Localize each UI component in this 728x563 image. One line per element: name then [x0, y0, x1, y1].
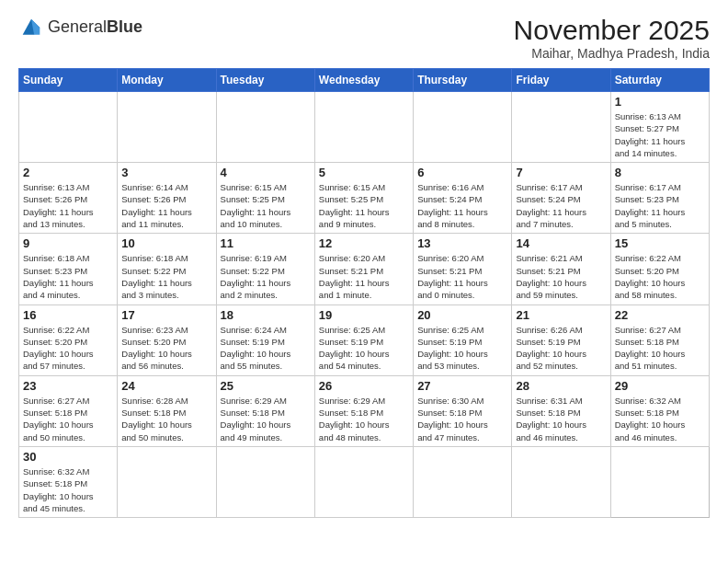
day-cell: 11Sunrise: 6:19 AMSunset: 5:22 PMDayligh… — [216, 234, 314, 304]
logo: GeneralBlue — [18, 15, 142, 40]
day-info: Sunrise: 6:22 AMSunset: 5:20 PMDaylight:… — [615, 252, 705, 301]
day-cell — [414, 446, 512, 517]
day-number: 28 — [516, 379, 606, 393]
day-cell — [314, 446, 413, 517]
calendar-row-0: 1Sunrise: 6:13 AMSunset: 5:27 PMDaylight… — [19, 92, 710, 163]
day-cell — [216, 446, 314, 517]
weekday-friday: Friday — [512, 69, 610, 92]
day-info: Sunrise: 6:31 AMSunset: 5:18 PMDaylight:… — [516, 395, 606, 443]
header: GeneralBlue November 2025 Maihar, Madhya… — [18, 15, 710, 61]
page: GeneralBlue November 2025 Maihar, Madhya… — [0, 0, 728, 563]
day-cell: 5Sunrise: 6:15 AMSunset: 5:25 PMDaylight… — [314, 163, 413, 234]
day-info: Sunrise: 6:25 AMSunset: 5:19 PMDaylight:… — [319, 324, 409, 373]
calendar-row-2: 9Sunrise: 6:18 AMSunset: 5:23 PMDaylight… — [19, 234, 710, 304]
calendar-row-4: 23Sunrise: 6:27 AMSunset: 5:18 PMDayligh… — [19, 375, 710, 446]
day-info: Sunrise: 6:19 AMSunset: 5:22 PMDaylight:… — [221, 252, 311, 301]
day-cell: 1Sunrise: 6:13 AMSunset: 5:27 PMDaylight… — [610, 92, 709, 163]
title-block: November 2025 Maihar, Madhya Pradesh, In… — [514, 15, 710, 61]
day-info: Sunrise: 6:20 AMSunset: 5:21 PMDaylight:… — [417, 252, 507, 301]
day-info: Sunrise: 6:22 AMSunset: 5:20 PMDaylight:… — [23, 324, 113, 373]
day-cell: 20Sunrise: 6:25 AMSunset: 5:19 PMDayligh… — [414, 304, 512, 375]
day-cell: 30Sunrise: 6:32 AMSunset: 5:18 PMDayligh… — [19, 446, 118, 517]
day-info: Sunrise: 6:14 AMSunset: 5:26 PMDaylight:… — [121, 181, 211, 230]
day-number: 16 — [23, 308, 113, 322]
logo-icon — [18, 15, 44, 40]
day-number: 5 — [319, 166, 409, 179]
day-info: Sunrise: 6:13 AMSunset: 5:27 PMDaylight:… — [615, 110, 705, 159]
day-number: 19 — [319, 308, 409, 322]
calendar-row-1: 2Sunrise: 6:13 AMSunset: 5:26 PMDaylight… — [19, 163, 710, 234]
day-number: 9 — [23, 236, 113, 250]
day-cell: 18Sunrise: 6:24 AMSunset: 5:19 PMDayligh… — [216, 304, 314, 375]
day-number: 26 — [319, 379, 409, 393]
day-cell — [118, 92, 216, 163]
day-cell: 3Sunrise: 6:14 AMSunset: 5:26 PMDaylight… — [118, 163, 216, 234]
day-cell: 25Sunrise: 6:29 AMSunset: 5:18 PMDayligh… — [216, 375, 314, 446]
day-cell: 6Sunrise: 6:16 AMSunset: 5:24 PMDaylight… — [414, 163, 512, 234]
day-number: 18 — [221, 308, 311, 322]
day-info: Sunrise: 6:16 AMSunset: 5:24 PMDaylight:… — [417, 181, 507, 230]
day-info: Sunrise: 6:20 AMSunset: 5:21 PMDaylight:… — [319, 252, 409, 301]
day-number: 27 — [417, 379, 507, 393]
weekday-header-row: SundayMondayTuesdayWednesdayThursdayFrid… — [19, 69, 710, 92]
day-cell: 23Sunrise: 6:27 AMSunset: 5:18 PMDayligh… — [19, 375, 118, 446]
day-info: Sunrise: 6:15 AMSunset: 5:25 PMDaylight:… — [319, 181, 409, 230]
day-info: Sunrise: 6:23 AMSunset: 5:20 PMDaylight:… — [121, 324, 211, 373]
day-cell — [512, 446, 610, 517]
day-info: Sunrise: 6:13 AMSunset: 5:26 PMDaylight:… — [23, 181, 113, 230]
day-number: 1 — [615, 95, 705, 109]
day-info: Sunrise: 6:24 AMSunset: 5:19 PMDaylight:… — [221, 324, 311, 373]
day-number: 29 — [615, 379, 705, 393]
day-number: 4 — [221, 166, 311, 179]
day-number: 7 — [516, 166, 606, 179]
calendar-row-5: 30Sunrise: 6:32 AMSunset: 5:18 PMDayligh… — [19, 446, 710, 517]
calendar: SundayMondayTuesdayWednesdayThursdayFrid… — [18, 68, 710, 518]
day-cell — [216, 92, 314, 163]
day-info: Sunrise: 6:17 AMSunset: 5:24 PMDaylight:… — [516, 181, 606, 230]
day-cell: 15Sunrise: 6:22 AMSunset: 5:20 PMDayligh… — [610, 234, 709, 304]
location: Maihar, Madhya Pradesh, India — [514, 46, 710, 61]
day-cell: 22Sunrise: 6:27 AMSunset: 5:18 PMDayligh… — [610, 304, 709, 375]
day-cell: 28Sunrise: 6:31 AMSunset: 5:18 PMDayligh… — [512, 375, 610, 446]
day-number: 11 — [221, 236, 311, 250]
day-info: Sunrise: 6:27 AMSunset: 5:18 PMDaylight:… — [23, 395, 113, 443]
day-cell: 24Sunrise: 6:28 AMSunset: 5:18 PMDayligh… — [118, 375, 216, 446]
weekday-thursday: Thursday — [414, 69, 512, 92]
day-number: 2 — [23, 166, 113, 179]
day-info: Sunrise: 6:21 AMSunset: 5:21 PMDaylight:… — [516, 252, 606, 301]
day-cell — [314, 92, 413, 163]
day-number: 17 — [121, 308, 211, 322]
day-number: 25 — [221, 379, 311, 393]
day-cell: 16Sunrise: 6:22 AMSunset: 5:20 PMDayligh… — [19, 304, 118, 375]
day-info: Sunrise: 6:17 AMSunset: 5:23 PMDaylight:… — [615, 181, 705, 230]
month-title: November 2025 — [514, 15, 710, 46]
day-cell: 29Sunrise: 6:32 AMSunset: 5:18 PMDayligh… — [610, 375, 709, 446]
day-number: 21 — [516, 308, 606, 322]
day-info: Sunrise: 6:18 AMSunset: 5:22 PMDaylight:… — [121, 252, 211, 301]
day-cell: 9Sunrise: 6:18 AMSunset: 5:23 PMDaylight… — [19, 234, 118, 304]
day-info: Sunrise: 6:18 AMSunset: 5:23 PMDaylight:… — [23, 252, 113, 301]
day-cell: 4Sunrise: 6:15 AMSunset: 5:25 PMDaylight… — [216, 163, 314, 234]
day-cell: 27Sunrise: 6:30 AMSunset: 5:18 PMDayligh… — [414, 375, 512, 446]
day-number: 23 — [23, 379, 113, 393]
day-cell: 2Sunrise: 6:13 AMSunset: 5:26 PMDaylight… — [19, 163, 118, 234]
day-info: Sunrise: 6:32 AMSunset: 5:18 PMDaylight:… — [615, 395, 705, 443]
day-cell: 17Sunrise: 6:23 AMSunset: 5:20 PMDayligh… — [118, 304, 216, 375]
day-number: 15 — [615, 236, 705, 250]
weekday-sunday: Sunday — [19, 69, 118, 92]
day-info: Sunrise: 6:28 AMSunset: 5:18 PMDaylight:… — [121, 395, 211, 443]
calendar-row-3: 16Sunrise: 6:22 AMSunset: 5:20 PMDayligh… — [19, 304, 710, 375]
day-number: 10 — [121, 236, 211, 250]
weekday-monday: Monday — [118, 69, 216, 92]
day-cell: 14Sunrise: 6:21 AMSunset: 5:21 PMDayligh… — [512, 234, 610, 304]
day-cell: 26Sunrise: 6:29 AMSunset: 5:18 PMDayligh… — [314, 375, 413, 446]
day-number: 8 — [615, 166, 705, 179]
day-number: 14 — [516, 236, 606, 250]
day-cell — [512, 92, 610, 163]
day-info: Sunrise: 6:15 AMSunset: 5:25 PMDaylight:… — [221, 181, 311, 230]
day-number: 6 — [417, 166, 507, 179]
day-number: 22 — [615, 308, 705, 322]
day-number: 30 — [23, 450, 113, 464]
day-cell: 12Sunrise: 6:20 AMSunset: 5:21 PMDayligh… — [314, 234, 413, 304]
day-cell: 21Sunrise: 6:26 AMSunset: 5:19 PMDayligh… — [512, 304, 610, 375]
